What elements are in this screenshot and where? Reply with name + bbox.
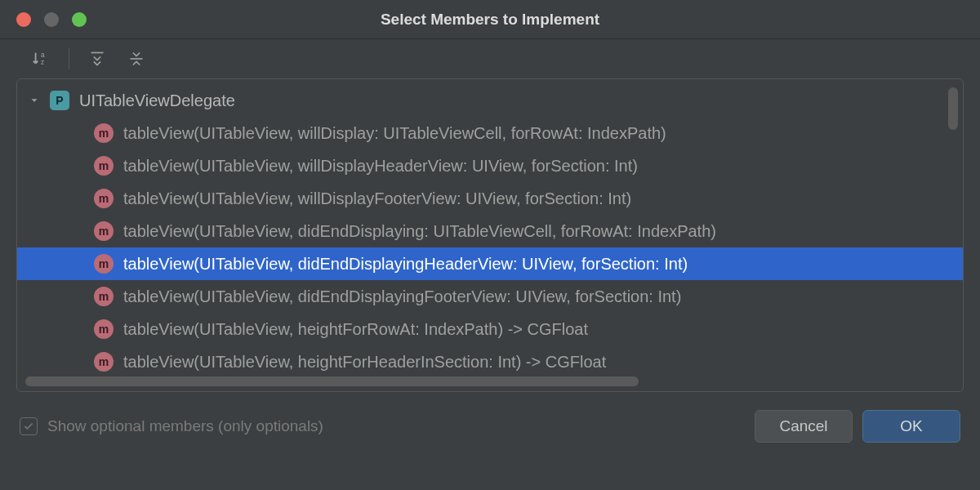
tree-parent-row[interactable]: P UITableViewDelegate [17,84,963,117]
toolbar: a z [0,39,980,78]
tree-method-row[interactable]: mtableView(UITableView, willDisplay: UIT… [17,117,963,149]
window-zoom-button[interactable] [72,12,87,27]
show-optional-checkbox[interactable] [20,417,38,435]
chevron-down-icon[interactable] [29,95,43,106]
ok-button-label: OK [900,417,922,435]
tree-method-row[interactable]: mtableView(UITableView, didEndDisplaying… [17,215,963,247]
method-badge-icon: m [94,254,114,274]
method-badge-icon: m [94,156,114,176]
tree-method-label: tableView(UITableView, didEndDisplayingF… [123,287,681,306]
method-badge-icon: m [94,352,114,372]
method-badge-icon: m [94,319,114,339]
window-close-button[interactable] [16,12,31,27]
method-badge-icon: m [94,221,114,241]
horizontal-scrollbar[interactable] [25,376,955,386]
cancel-button-label: Cancel [779,417,827,435]
sort-az-icon: a z [32,50,50,68]
cancel-button[interactable]: Cancel [755,410,853,443]
tree-method-label: tableView(UITableView, willDisplayFooter… [123,189,631,208]
tree-method-label: tableView(UITableView, didEndDisplaying:… [123,222,716,241]
tree-method-label: tableView(UITableView, heightForRowAt: I… [123,320,588,339]
toolbar-separator [69,48,69,69]
sort-alphabetically-button[interactable]: a z [29,47,52,70]
tree-method-row[interactable]: mtableView(UITableView, didEndDisplaying… [17,280,963,313]
ok-button[interactable]: OK [862,410,960,443]
tree-method-row[interactable]: mtableView(UITableView, heightForHeaderI… [17,345,963,378]
method-badge-icon: m [94,189,114,208]
members-tree-panel: P UITableViewDelegate mtableView(UITable… [16,78,964,392]
vertical-scrollbar-thumb[interactable] [948,87,958,130]
traffic-lights [0,12,87,27]
tree-method-row[interactable]: mtableView(UITableView, willDisplayHeade… [17,149,963,182]
dialog-footer: Show optional members (only optionals) C… [0,392,980,443]
tree-parent-label: UITableViewDelegate [79,91,235,110]
collapse-all-button[interactable] [125,47,148,70]
check-icon [23,421,34,432]
tree-method-row[interactable]: mtableView(UITableView, willDisplayFoote… [17,182,963,215]
tree-method-row[interactable]: mtableView(UITableView, heightForRowAt: … [17,313,963,345]
svg-text:z: z [41,59,44,66]
method-badge-icon: m [94,123,114,143]
collapse-all-icon [128,51,145,67]
members-tree[interactable]: P UITableViewDelegate mtableView(UITable… [17,79,963,391]
tree-method-label: tableView(UITableView, willDisplayHeader… [123,157,638,176]
tree-method-label: tableView(UITableView, willDisplay: UITa… [123,124,666,143]
expand-all-button[interactable] [86,47,109,70]
tree-method-row[interactable]: mtableView(UITableView, didEndDisplaying… [17,247,963,280]
svg-text:a: a [41,51,45,59]
expand-all-icon [89,51,105,67]
window-title: Select Members to Implement [0,11,980,29]
tree-method-label: tableView(UITableView, didEndDisplayingH… [123,255,688,274]
show-optional-label: Show optional members (only optionals) [47,417,745,435]
titlebar: Select Members to Implement [0,0,980,39]
window-minimize-button[interactable] [44,12,59,27]
horizontal-scrollbar-thumb[interactable] [25,376,639,386]
protocol-badge-icon: P [50,91,69,110]
method-badge-icon: m [94,287,114,306]
tree-method-label: tableView(UITableView, heightForHeaderIn… [123,353,606,372]
